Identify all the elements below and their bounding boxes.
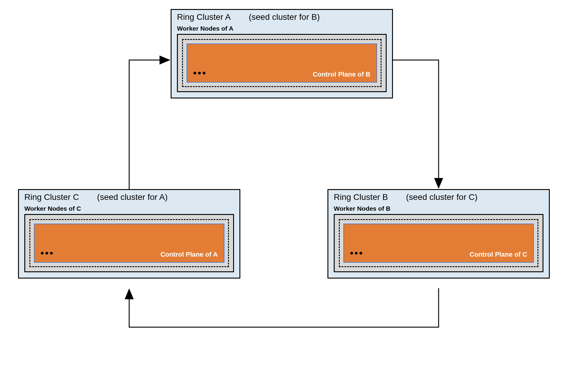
cluster-a-worker-box: ••• Control Plane of B xyxy=(177,34,387,92)
cluster-b-control-label: Control Plane of C xyxy=(470,251,527,258)
cluster-a-seed: (seed cluster for B) xyxy=(249,12,320,22)
cluster-c: Ring Cluster C (seed cluster for A) Work… xyxy=(18,189,240,279)
cluster-a-header: Ring Cluster A (seed cluster for B) xyxy=(172,10,392,24)
cluster-b-dashed-box: ••• Control Plane of C xyxy=(339,219,538,267)
cluster-c-header: Ring Cluster C (seed cluster for A) xyxy=(19,190,239,204)
cluster-c-worker-label: Worker Nodes of C xyxy=(24,205,234,212)
cluster-b-worker-label: Worker Nodes of B xyxy=(334,205,543,212)
cluster-a-body: Worker Nodes of A ••• Control Plane of B xyxy=(172,24,392,98)
cluster-a-title: Ring Cluster A xyxy=(177,12,231,22)
cluster-c-control-label: Control Plane of A xyxy=(160,251,218,258)
cluster-a-dots: ••• xyxy=(193,68,207,78)
cluster-c-dots: ••• xyxy=(41,248,54,258)
cluster-b-dots: ••• xyxy=(350,248,364,258)
cluster-b-worker-box: ••• Control Plane of C xyxy=(334,214,543,272)
cluster-b-seed: (seed cluster for C) xyxy=(406,192,478,202)
cluster-c-body: Worker Nodes of C ••• Control Plane of A xyxy=(19,204,239,278)
ring-cluster-diagram: Ring Cluster A (seed cluster for B) Work… xyxy=(0,0,578,392)
cluster-c-control-plane: ••• Control Plane of A xyxy=(34,224,224,263)
cluster-c-worker-box: ••• Control Plane of A xyxy=(24,214,234,272)
cluster-a-control-label: Control Plane of B xyxy=(313,71,370,78)
cluster-a-control-plane: ••• Control Plane of B xyxy=(187,44,377,83)
arrow-a-to-b xyxy=(393,60,439,188)
cluster-c-dashed-box: ••• Control Plane of A xyxy=(29,219,229,267)
cluster-b: Ring Cluster B (seed cluster for C) Work… xyxy=(327,189,550,279)
cluster-a: Ring Cluster A (seed cluster for B) Work… xyxy=(171,9,393,98)
cluster-b-control-plane: ••• Control Plane of C xyxy=(343,224,534,263)
cluster-c-seed: (seed cluster for A) xyxy=(97,192,168,202)
cluster-a-dashed-box: ••• Control Plane of B xyxy=(182,39,382,87)
arrow-c-to-a xyxy=(129,60,169,189)
cluster-b-header: Ring Cluster B (seed cluster for C) xyxy=(328,190,549,204)
cluster-b-body: Worker Nodes of B ••• Control Plane of C xyxy=(328,204,549,278)
cluster-c-title: Ring Cluster C xyxy=(24,192,79,202)
cluster-b-title: Ring Cluster B xyxy=(334,192,388,202)
cluster-a-worker-label: Worker Nodes of A xyxy=(177,25,387,32)
arrow-b-to-c xyxy=(129,288,439,327)
